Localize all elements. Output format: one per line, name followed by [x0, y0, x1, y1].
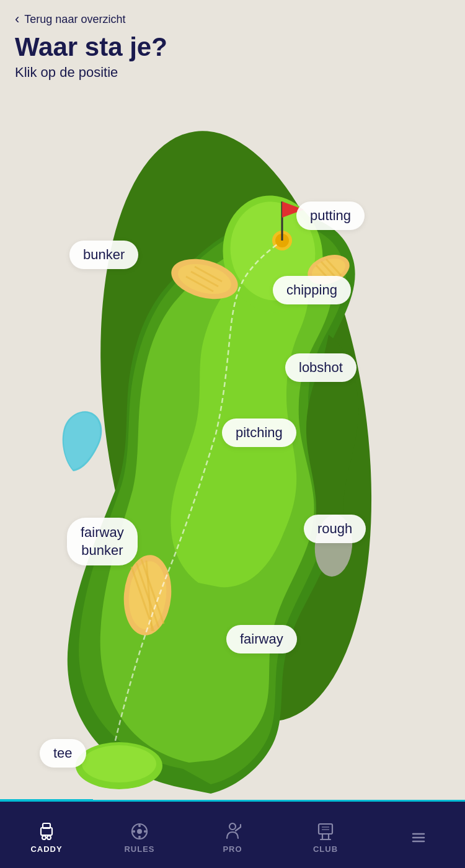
page-subtitle: Klik op de positie: [0, 64, 465, 87]
nav-label-caddy: CADDY: [30, 844, 62, 854]
nav-label-club: CLUB: [313, 844, 338, 854]
rules-icon: [129, 821, 150, 842]
pro-icon: [222, 821, 243, 842]
nav-item-rules[interactable]: RULES: [93, 802, 186, 868]
putting-label[interactable]: putting: [296, 202, 365, 230]
fairway-label[interactable]: fairway: [226, 625, 297, 653]
header: ‹ Terug naar overzicht: [0, 0, 465, 32]
nav-label-rules: RULES: [124, 844, 154, 854]
svg-point-34: [133, 830, 135, 833]
svg-point-32: [138, 825, 141, 827]
back-link[interactable]: Terug naar overzicht: [24, 13, 125, 26]
rough-label[interactable]: rough: [304, 515, 366, 543]
nav-item-pro[interactable]: PRO: [186, 802, 279, 868]
page-title: Waar sta je?: [0, 32, 465, 64]
lobshot-label[interactable]: lobshot: [285, 353, 356, 382]
nav-item-caddy[interactable]: CADDY: [0, 799, 93, 868]
svg-point-28: [42, 836, 46, 839]
fairway-bunker-label[interactable]: fairwaybunker: [67, 518, 138, 565]
club-icon: [315, 821, 336, 842]
menu-icon: [408, 827, 429, 848]
bottom-navigation: CADDY RULES PRO: [0, 800, 465, 868]
svg-point-31: [137, 829, 142, 834]
nav-item-menu[interactable]: [372, 802, 465, 868]
caddy-icon: [36, 821, 57, 842]
back-chevron-icon: ‹: [15, 11, 19, 27]
svg-point-36: [229, 823, 236, 830]
nav-item-club[interactable]: CLUB: [279, 802, 372, 868]
bunker-label[interactable]: bunker: [69, 241, 138, 269]
svg-point-29: [47, 836, 51, 839]
chipping-label[interactable]: chipping: [273, 276, 351, 304]
course-map: putting bunker chipping lobshot pitching…: [0, 87, 465, 800]
svg-point-25: [82, 745, 156, 782]
nav-label-pro: PRO: [223, 844, 242, 854]
svg-point-35: [144, 830, 146, 833]
pitching-label[interactable]: pitching: [222, 418, 296, 447]
svg-point-33: [138, 836, 141, 838]
svg-line-37: [236, 827, 241, 831]
tee-label[interactable]: tee: [40, 739, 86, 768]
